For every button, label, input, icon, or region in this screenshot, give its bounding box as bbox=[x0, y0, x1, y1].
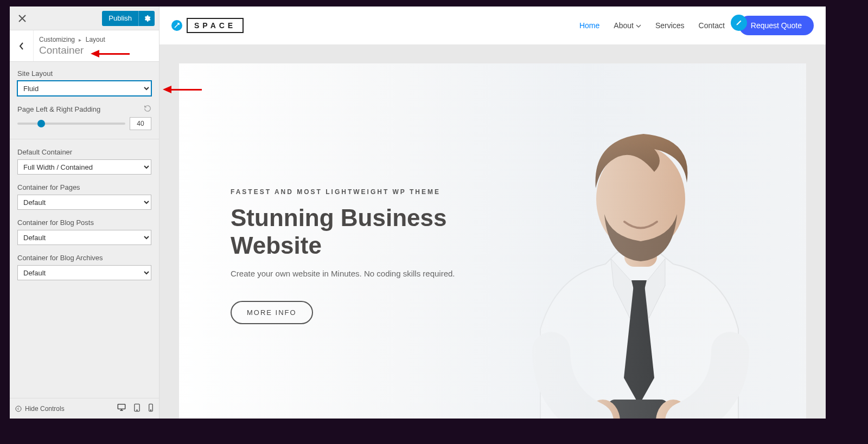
device-desktop-button[interactable] bbox=[117, 403, 126, 414]
default-container-select[interactable]: Full Width / Contained bbox=[17, 159, 151, 175]
breadcrumb-separator: ▸ bbox=[79, 37, 81, 43]
svg-point-5 bbox=[150, 410, 151, 410]
site-header: SPACE Home About Services Contact Reques… bbox=[159, 7, 826, 44]
edit-shortcut-button[interactable] bbox=[732, 16, 745, 29]
tablet-icon bbox=[133, 403, 141, 412]
svg-point-3 bbox=[137, 410, 137, 410]
nav-about[interactable]: About bbox=[614, 21, 641, 30]
close-icon bbox=[18, 15, 26, 22]
back-button[interactable] bbox=[10, 30, 34, 61]
hide-controls-button[interactable]: Hide Controls bbox=[15, 405, 65, 413]
close-customizer-button[interactable] bbox=[14, 10, 30, 27]
chevron-left-icon bbox=[18, 42, 25, 50]
container-archives-label: Container for Blog Archives bbox=[17, 254, 151, 262]
customizer-body: Site Layout Fluid Page Left & Right Padd… bbox=[10, 62, 159, 398]
default-container-label: Default Container bbox=[17, 148, 151, 156]
breadcrumb: Customizing ▸ Layout bbox=[39, 36, 105, 43]
reset-padding-button[interactable] bbox=[144, 105, 151, 114]
hero-section: FASTEST AND MOST LIGHTWEIGHT WP THEME St… bbox=[179, 63, 806, 419]
device-mobile-button[interactable] bbox=[148, 403, 154, 414]
request-quote-button[interactable]: Request Quote bbox=[739, 16, 814, 35]
hero-text: FASTEST AND MOST LIGHTWEIGHT WP THEME St… bbox=[231, 188, 455, 324]
mobile-icon bbox=[148, 403, 154, 412]
padding-value-input[interactable] bbox=[130, 117, 151, 130]
svg-rect-1 bbox=[118, 404, 125, 409]
nav-home[interactable]: Home bbox=[579, 21, 599, 30]
site-layout-label: Site Layout bbox=[17, 69, 151, 78]
hero-eyebrow: FASTEST AND MOST LIGHTWEIGHT WP THEME bbox=[231, 188, 455, 196]
divider bbox=[10, 139, 159, 139]
nav-services[interactable]: Services bbox=[655, 21, 685, 30]
nav-about-label: About bbox=[614, 21, 634, 30]
chevron-down-icon bbox=[636, 24, 641, 28]
container-posts-select[interactable]: Default bbox=[17, 230, 151, 245]
more-info-button[interactable]: MORE INFO bbox=[231, 301, 313, 324]
device-tablet-button[interactable] bbox=[133, 403, 141, 414]
logo-mark-icon bbox=[171, 20, 182, 31]
padding-label: Page Left & Right Padding bbox=[17, 105, 100, 113]
annotation-arrow-select bbox=[163, 86, 202, 93]
container-pages-label: Container for Pages bbox=[17, 183, 151, 191]
app-frame: Publish Customizing ▸ Layout Container bbox=[10, 7, 826, 419]
customizer-footer: Hide Controls bbox=[10, 398, 159, 419]
container-posts-label: Container for Blog Posts bbox=[17, 218, 151, 227]
undo-icon bbox=[144, 105, 151, 112]
customizer-section-header: Customizing ▸ Layout Container bbox=[10, 30, 159, 62]
container-pages-select[interactable]: Default bbox=[17, 195, 151, 210]
primary-nav: Home About Services Contact Request Quot… bbox=[579, 16, 814, 35]
publish-button[interactable]: Publish bbox=[102, 11, 138, 26]
preview-pane: SPACE Home About Services Contact Reques… bbox=[159, 7, 826, 419]
publish-settings-button[interactable] bbox=[138, 11, 155, 26]
annotation-arrow-title bbox=[91, 50, 130, 57]
hero-title: Stunning Business Website bbox=[231, 204, 455, 259]
desktop-icon bbox=[117, 403, 126, 411]
container-archives-select[interactable]: Default bbox=[17, 265, 151, 280]
pencil-icon bbox=[736, 20, 742, 26]
padding-slider[interactable] bbox=[17, 123, 125, 125]
gear-icon bbox=[143, 15, 151, 22]
nav-contact[interactable]: Contact bbox=[699, 21, 725, 30]
hero-subtitle: Create your own website in Minutes. No c… bbox=[231, 269, 455, 278]
site-layout-select[interactable]: Fluid bbox=[17, 81, 151, 96]
customizer-sidebar: Publish Customizing ▸ Layout Container bbox=[10, 7, 159, 419]
customizer-topbar: Publish bbox=[10, 7, 159, 30]
logo-text: SPACE bbox=[187, 18, 244, 33]
breadcrumb-parent: Layout bbox=[86, 36, 105, 43]
hide-controls-label: Hide Controls bbox=[25, 405, 65, 413]
svg-point-0 bbox=[16, 406, 21, 411]
breadcrumb-root: Customizing bbox=[39, 36, 75, 43]
collapse-left-icon bbox=[15, 406, 22, 412]
site-logo[interactable]: SPACE bbox=[171, 18, 244, 33]
